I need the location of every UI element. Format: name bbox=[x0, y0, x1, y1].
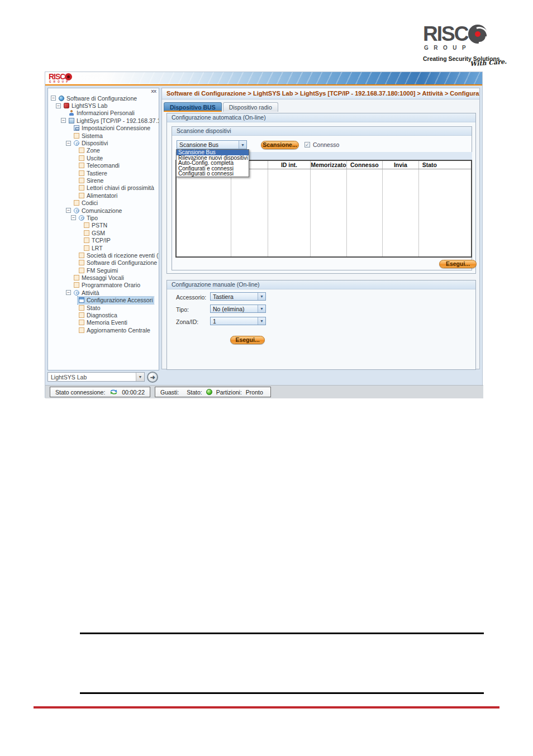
collapse-icon[interactable]: − bbox=[71, 215, 76, 220]
tree-item-content[interactable]: Memoria Eventi bbox=[78, 319, 129, 326]
tree-item[interactable]: Impostazioni Connessione bbox=[49, 125, 158, 132]
pin-icon[interactable]: XX bbox=[151, 89, 156, 94]
tree-item[interactable]: Informazioni Personali bbox=[49, 110, 158, 117]
tab-dispositivo-bus[interactable]: Dispositivo BUS bbox=[164, 102, 222, 112]
dropdown-option[interactable]: Configurati e connessi bbox=[177, 166, 249, 172]
tree-item-content[interactable]: PSTN bbox=[83, 222, 108, 229]
dropdown-option[interactable]: Configurati o connessi bbox=[177, 171, 249, 177]
tree-item-content[interactable]: Uscite bbox=[78, 154, 104, 161]
tree-item[interactable]: Zone bbox=[49, 147, 158, 154]
collapse-icon[interactable]: − bbox=[66, 208, 71, 213]
field-label: Zona/ID: bbox=[176, 318, 198, 325]
box-icon bbox=[79, 148, 84, 153]
tree-item[interactable]: Diagnostica bbox=[49, 311, 158, 318]
tree-item[interactable]: Memoria Eventi bbox=[49, 319, 158, 326]
chevron-down-icon[interactable]: ▼ bbox=[258, 317, 265, 325]
chevron-down-icon[interactable]: ▼ bbox=[239, 141, 246, 149]
collapse-icon[interactable]: − bbox=[66, 290, 71, 295]
box-icon bbox=[79, 305, 84, 311]
tree-item[interactable]: Alimentatori bbox=[49, 192, 158, 199]
chevron-down-icon[interactable]: ▼ bbox=[258, 293, 265, 300]
go-button[interactable]: ➜ bbox=[147, 372, 158, 383]
tree-item[interactable]: LRT bbox=[49, 244, 158, 251]
tree-item[interactable]: Sistema bbox=[49, 132, 158, 139]
execute-button[interactable]: Esegui... bbox=[230, 336, 265, 344]
tree-item-content[interactable]: Informazioni Personali bbox=[68, 110, 136, 117]
tree-item[interactable]: GSM bbox=[49, 229, 158, 236]
tree-item-content[interactable]: Tipo bbox=[78, 214, 99, 221]
tree-item[interactable]: Tastiere bbox=[49, 169, 158, 177]
tree-item-content[interactable]: Telecomandi bbox=[78, 162, 121, 169]
tree-item-content[interactable]: LRT bbox=[83, 244, 104, 251]
tree-item[interactable]: Codici bbox=[49, 199, 158, 206]
tree-item-content[interactable]: Società di ricezione eventi (MS) bbox=[78, 251, 159, 259]
tree-item[interactable]: Uscite bbox=[49, 154, 158, 161]
tree-item-content[interactable]: Sistema bbox=[73, 132, 104, 139]
collapse-icon[interactable]: − bbox=[61, 118, 66, 123]
tree-item-content[interactable]: Comunicazione bbox=[73, 207, 123, 214]
tree-item[interactable]: −Software di Configurazione bbox=[49, 94, 158, 102]
tree-item-content[interactable]: Software di Configurazione bbox=[58, 94, 138, 102]
tree-item-content[interactable]: Alimentatori bbox=[78, 192, 118, 199]
dropdown-option[interactable]: Scansione Bus bbox=[177, 150, 249, 155]
tree-item-content[interactable]: Software di Configurazione bbox=[78, 259, 158, 267]
tree-item-content[interactable]: Zone bbox=[78, 147, 101, 154]
tree-item[interactable]: PSTN bbox=[49, 222, 158, 229]
tree-item-content[interactable]: Sirene bbox=[78, 177, 104, 184]
chevron-down-icon[interactable]: ▼ bbox=[136, 373, 144, 381]
tree-item-content[interactable]: Messaggi Vocali bbox=[73, 274, 125, 282]
execute-button[interactable]: Esegui... bbox=[439, 260, 477, 268]
tab-dispositivo-radio[interactable]: Dispositivo radio bbox=[223, 102, 278, 112]
tree-item-content[interactable]: GSM bbox=[83, 229, 106, 236]
tree-item[interactable]: −Tipo bbox=[49, 214, 158, 221]
tree-item-content[interactable]: Attività bbox=[73, 289, 101, 296]
collapse-icon[interactable]: − bbox=[56, 103, 61, 108]
collapse-icon[interactable]: − bbox=[66, 141, 71, 146]
tree-item[interactable]: −Attività bbox=[49, 289, 158, 296]
dropdown-option[interactable]: Rilevazione nuovi dispositivi bbox=[177, 155, 249, 161]
collapse-icon[interactable]: − bbox=[51, 96, 56, 101]
tree-item[interactable]: Messaggi Vocali bbox=[49, 274, 158, 281]
tree-item-content[interactable]: Tastiere bbox=[78, 169, 108, 177]
tree-item[interactable]: −Dispositivi bbox=[49, 139, 158, 146]
profile-combo[interactable]: LightSYS Lab ▼ bbox=[47, 372, 145, 382]
field-combo[interactable]: Tastiera▼ bbox=[210, 292, 266, 301]
field-combo[interactable]: 1▼ bbox=[210, 317, 266, 325]
tree-item[interactable]: TCP/IP bbox=[49, 236, 158, 244]
tree-item-content[interactable]: Dispositivi bbox=[73, 140, 109, 147]
tree-item[interactable]: Società di ricezione eventi (MS) bbox=[49, 251, 158, 259]
chevron-down-icon[interactable]: ▼ bbox=[258, 305, 265, 312]
tree-item[interactable]: Programmatore Orario bbox=[49, 282, 158, 289]
tree-item-content[interactable]: Aggiornamento Centrale bbox=[78, 326, 151, 334]
box-icon bbox=[74, 133, 79, 139]
tree-item[interactable]: Aggiornamento Centrale bbox=[49, 326, 158, 334]
field-combo[interactable]: No (elimina)▼ bbox=[210, 305, 266, 313]
tree-item-content[interactable]: Impostazioni Connessione bbox=[73, 125, 151, 132]
tree-item[interactable]: Telecomandi bbox=[49, 162, 158, 169]
tree-item[interactable]: Sirene bbox=[49, 177, 158, 184]
tree-item[interactable]: Configurazione Accessori bbox=[49, 297, 158, 304]
tree-item[interactable]: Software di Configurazione bbox=[49, 259, 158, 267]
tree-item-label: Zone bbox=[87, 147, 100, 154]
connected-checkbox[interactable]: ✓ bbox=[304, 142, 310, 148]
tree-item[interactable]: Lettori chiavi di prossimità bbox=[49, 184, 158, 192]
box-icon bbox=[74, 282, 79, 288]
tree-item-content[interactable]: Codici bbox=[73, 199, 99, 207]
tree-item[interactable]: −LightSYS Lab bbox=[49, 102, 158, 109]
tree-item-content[interactable]: FM Seguimi bbox=[78, 267, 119, 274]
tree-item[interactable]: −LightSys [TCP/IP - 192.168.37.180:1000] bbox=[49, 117, 158, 124]
tree-item-content[interactable]: Configurazione Accessori bbox=[78, 297, 154, 304]
tree-item-content[interactable]: Lettori chiavi di prossimità bbox=[78, 184, 155, 192]
scan-mode-combo[interactable]: Scansione Bus ▼ bbox=[177, 140, 247, 149]
scan-button[interactable]: Scansione... bbox=[261, 141, 299, 149]
dropdown-option[interactable]: Auto-Config. completa bbox=[177, 160, 249, 166]
tree-item[interactable]: Stato bbox=[49, 304, 158, 311]
tree-item-content[interactable]: TCP/IP bbox=[83, 237, 112, 244]
tree-item[interactable]: FM Seguimi bbox=[49, 267, 158, 274]
tree-item-content[interactable]: LightSys [TCP/IP - 192.168.37.180:1000] bbox=[68, 117, 159, 124]
tree-item-content[interactable]: Diagnostica bbox=[78, 312, 118, 319]
tree-item-content[interactable]: Programmatore Orario bbox=[73, 282, 141, 289]
tree-item-content[interactable]: Stato bbox=[78, 304, 102, 311]
tree-item-content[interactable]: LightSYS Lab bbox=[63, 102, 108, 110]
tree-item[interactable]: −Comunicazione bbox=[49, 207, 158, 214]
